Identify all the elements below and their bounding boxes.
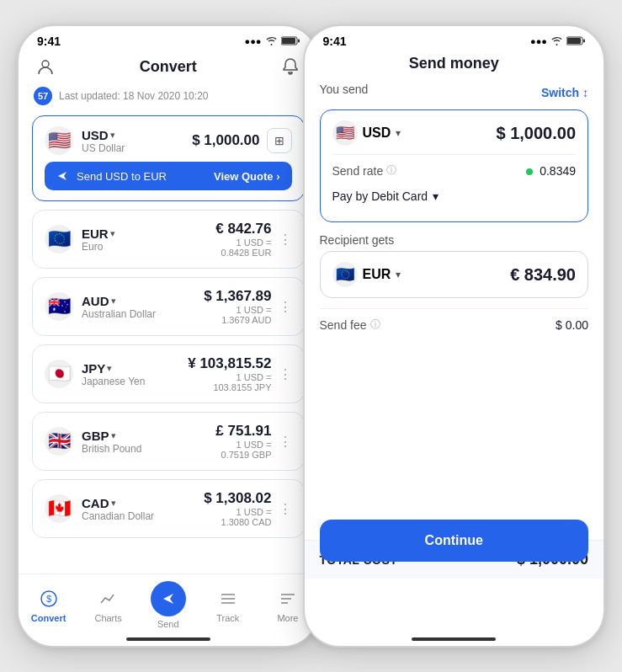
cad-amount: $ 1,308.02 xyxy=(204,490,271,507)
svg-rect-2 xyxy=(298,39,300,42)
active-currency-card[interactable]: 🇺🇸 USD ▾ US Dollar $ 1,000.00 ⊞ xyxy=(32,115,305,201)
jpy-more-icon[interactable]: ⋮ xyxy=(279,366,292,382)
cad-dd: ▾ xyxy=(111,498,116,509)
jpy-name: Japanese Yen xyxy=(82,376,145,387)
nav-charts[interactable]: Charts xyxy=(78,587,138,623)
page-title-right: Send money xyxy=(409,55,499,72)
update-badge: 57 xyxy=(34,87,52,105)
send-nav-icon xyxy=(151,581,186,616)
jpy-code: JPY xyxy=(82,361,105,376)
aud-rate: 1 USD =1.3679 AUD xyxy=(204,305,271,325)
send-fee-label: Send fee ⓘ xyxy=(320,317,380,332)
recipient-label: Recipient gets xyxy=(320,233,395,247)
convert-nav-icon: $ xyxy=(37,587,61,611)
send-fee-row: Send fee ⓘ $ 0.00 xyxy=(320,308,589,340)
pay-method-chevron: ▾ xyxy=(433,189,439,203)
time-left: 9:41 xyxy=(37,35,61,48)
you-send-card[interactable]: 🇺🇸 USD ▾ $ 1,000.00 Send rate ⓘ 0 xyxy=(320,109,589,222)
bell-icon[interactable] xyxy=(279,55,302,78)
send-quote-row[interactable]: Send USD to EUR View Quote › xyxy=(45,162,292,190)
eur-name: Euro xyxy=(82,241,115,253)
cad-flag: 🇨🇦 xyxy=(45,494,73,523)
gbp-name: British Pound xyxy=(82,443,141,455)
content-left: 57 Last updated: 18 Nov 2020 10:20 🇺🇸 US… xyxy=(19,87,318,597)
recipient-section-label-wrap: Recipient gets xyxy=(320,232,589,248)
cad-rate: 1 USD =1.3080 CAD xyxy=(204,507,271,527)
cad-more-icon[interactable]: ⋮ xyxy=(279,501,292,517)
gbp-code: GBP xyxy=(82,429,109,443)
more-nav-icon xyxy=(276,587,300,611)
calculator-icon[interactable]: ⊞ xyxy=(267,128,292,153)
usd-flag: 🇺🇸 xyxy=(45,126,73,155)
continue-label: Continue xyxy=(425,533,483,547)
recipient-flag: 🇪🇺 xyxy=(332,262,358,287)
home-indicator-left xyxy=(126,637,210,641)
aud-dd: ▾ xyxy=(111,296,116,307)
page-title-left: Convert xyxy=(140,58,197,76)
send-currency-select[interactable]: 🇺🇸 USD ▾ xyxy=(332,120,401,146)
status-icons-left: ●●● xyxy=(245,36,300,47)
profile-icon[interactable] xyxy=(34,55,57,78)
right-content: You send Switch ↕ 🇺🇸 USD ▾ $ 1,000.00 xyxy=(305,83,604,340)
update-text: Last updated: 18 Nov 2020 10:20 xyxy=(59,90,208,102)
aud-more-icon[interactable]: ⋮ xyxy=(279,299,292,315)
eur-card[interactable]: 🇪🇺 EUR ▾ Euro € 842.76 1 USD =0.8 xyxy=(32,210,305,269)
continue-button[interactable]: Continue xyxy=(320,520,589,562)
top-nav-left: Convert xyxy=(19,51,318,87)
fee-info-icon: ⓘ xyxy=(370,317,380,332)
svg-rect-1 xyxy=(282,38,295,44)
cad-card[interactable]: 🇨🇦 CAD ▾ Canadian Dollar $ 1,308.02 xyxy=(32,479,305,538)
send-currency-dd: ▾ xyxy=(396,127,401,139)
jpy-rate: 1 USD =103.8155 JPY xyxy=(188,372,271,392)
pay-method-row[interactable]: Pay by Debit Card ▾ xyxy=(332,181,577,211)
usd-amount: $ 1,000.00 xyxy=(192,132,259,149)
recipient-currency-code: EUR xyxy=(363,267,391,282)
bottom-nav-left: $ Convert Charts Send Track xyxy=(19,573,318,646)
green-dot xyxy=(526,168,533,175)
aud-card[interactable]: 🇦🇺 AUD ▾ Australian Dollar $ 1,367.89 xyxy=(32,277,305,336)
phone-left: 9:41 ●●● Convert xyxy=(17,24,320,648)
svg-rect-13 xyxy=(567,38,581,44)
gbp-rate: 1 USD =0.7519 GBP xyxy=(215,440,271,460)
gbp-more-icon[interactable]: ⋮ xyxy=(279,434,292,450)
jpy-card[interactable]: 🇯🇵 JPY ▾ Japanese Yen ¥ 103,815.52 xyxy=(32,344,305,403)
eur-dd: ▾ xyxy=(110,228,115,239)
send-flag: 🇺🇸 xyxy=(332,120,358,146)
gbp-amount: £ 751.91 xyxy=(215,423,271,440)
nav-convert[interactable]: $ Convert xyxy=(19,587,78,623)
charts-nav-label: Charts xyxy=(94,613,121,623)
status-bar-right: 9:41 ●●● xyxy=(305,26,604,51)
status-icons-right: ●●● xyxy=(530,36,585,47)
aud-flag: 🇦🇺 xyxy=(45,292,73,321)
home-indicator-right xyxy=(412,637,496,641)
quote-text: View Quote › xyxy=(214,170,280,183)
switch-button[interactable]: Switch ↕ xyxy=(541,86,588,99)
nav-send[interactable]: Send xyxy=(138,581,198,629)
you-send-label: You send xyxy=(320,83,369,96)
more-nav-label: More xyxy=(277,613,298,623)
signal-icon-r: ●●● xyxy=(530,36,547,46)
phone-right: 9:41 ●●● Send money You send Switch ↕ xyxy=(303,24,606,648)
svg-rect-14 xyxy=(583,39,585,42)
recipient-card[interactable]: 🇪🇺 EUR ▾ € 834.90 xyxy=(320,251,589,298)
gbp-card[interactable]: 🇬🇧 GBP ▾ British Pound £ 751.91 1 xyxy=(32,412,305,471)
you-send-header: You send Switch ↕ xyxy=(320,83,589,103)
aud-amount: $ 1,367.89 xyxy=(204,288,271,305)
nav-track[interactable]: Track xyxy=(198,587,258,623)
recipient-amount: € 834.90 xyxy=(510,265,576,285)
send-rate-value: 0.8349 xyxy=(526,164,576,178)
time-right: 9:41 xyxy=(323,35,347,48)
update-bar: 57 Last updated: 18 Nov 2020 10:20 xyxy=(32,87,305,105)
eur-more-icon[interactable]: ⋮ xyxy=(279,232,292,248)
cad-code: CAD xyxy=(82,496,109,510)
eur-flag: 🇪🇺 xyxy=(45,225,73,253)
jpy-flag: 🇯🇵 xyxy=(45,360,73,388)
aud-name: Australian Dollar xyxy=(82,308,156,320)
svg-point-3 xyxy=(42,61,49,67)
usd-code: USD xyxy=(82,128,109,142)
send-rate-label: Send rate ⓘ xyxy=(332,163,397,178)
send-nav-label: Send xyxy=(157,619,179,629)
recipient-currency-select[interactable]: 🇪🇺 EUR ▾ xyxy=(332,262,401,287)
track-nav-label: Track xyxy=(216,613,239,623)
eur-rate: 1 USD =0.8428 EUR xyxy=(215,237,271,258)
